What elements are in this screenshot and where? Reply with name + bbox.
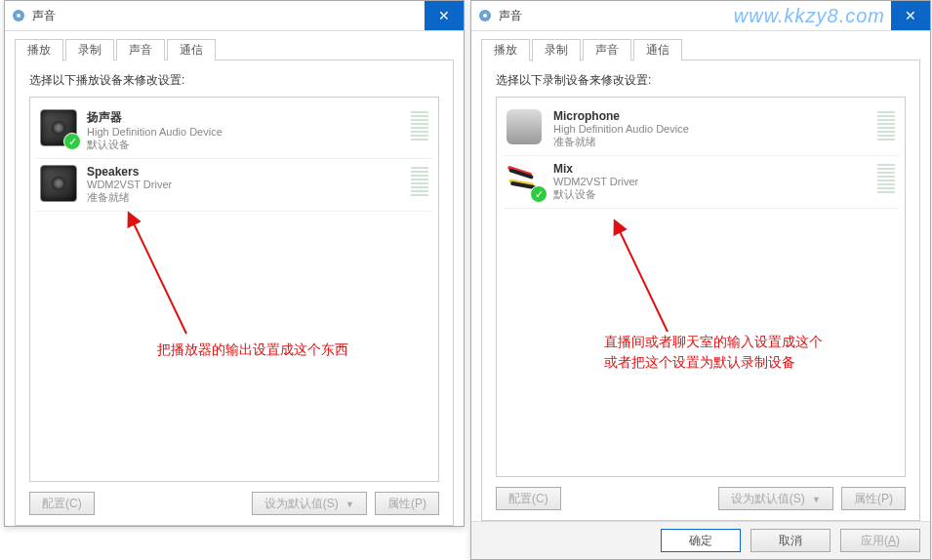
btn-label: 属性(P) <box>854 492 893 505</box>
device-icon: ✓ <box>507 162 544 199</box>
device-name: 扬声器 <box>87 109 223 126</box>
btn-text: 应用(A) <box>861 534 900 547</box>
device-driver: High Definition Audio Device <box>553 123 689 135</box>
properties-button[interactable]: 属性(P) <box>841 487 906 510</box>
svg-line-2 <box>133 221 186 334</box>
tab-sound[interactable]: 声音 <box>116 39 165 60</box>
annotation-line: 或者把这个设置为默认录制设备 <box>604 352 823 373</box>
level-meter <box>877 109 895 140</box>
speaker-icon <box>40 165 77 202</box>
panel-instruction: 选择以下播放设备来修改设置: <box>29 72 439 89</box>
apply-button[interactable]: 应用(A) <box>840 529 920 552</box>
tabstrip: 播放 录制 声音 通信 <box>481 39 920 60</box>
configure-button[interactable]: 配置(C) <box>496 487 561 510</box>
tab-comm[interactable]: 通信 <box>633 39 682 60</box>
properties-button[interactable]: 属性(P) <box>375 492 439 515</box>
device-icon <box>40 165 77 202</box>
annotation-text: 直播间或者聊天室的输入设置成这个 或者把这个设置为默认录制设备 <box>604 332 823 373</box>
device-driver: WDM2VST Driver <box>87 179 172 190</box>
svg-point-4 <box>483 14 487 18</box>
sound-dialog-playback: 声音 ✕ 播放 录制 声音 通信 选择以下播放设备来修改设置: ✓ 扬声器 Hi… <box>4 0 465 527</box>
close-button[interactable]: ✕ <box>891 1 930 30</box>
tab-playback[interactable]: 播放 <box>15 39 63 61</box>
device-name: Microphone <box>553 109 689 123</box>
btn-label: 配置(C) <box>42 497 82 510</box>
tabstrip: 播放 录制 声音 通信 <box>15 39 454 60</box>
device-item[interactable]: ✓ Mix WDM2VST Driver 默认设备 <box>503 156 899 209</box>
default-check-icon: ✓ <box>63 133 81 150</box>
dialog-title: 声音 <box>32 8 425 24</box>
annotation-text: 把播放器的输出设置成这个东西 <box>157 341 348 359</box>
close-button[interactable]: ✕ <box>425 1 464 30</box>
sound-icon <box>477 8 493 23</box>
device-list[interactable]: Microphone High Definition Audio Device … <box>496 97 906 477</box>
svg-line-5 <box>619 229 668 332</box>
default-check-icon: ✓ <box>530 185 547 203</box>
device-item[interactable]: Speakers WDM2VST Driver 准备就绪 <box>36 159 432 212</box>
chevron-down-icon: ▼ <box>345 500 354 509</box>
dialog-buttons: 确定 取消 应用(A) <box>471 521 930 559</box>
annotation-arrow <box>614 224 692 341</box>
ok-button[interactable]: 确定 <box>661 529 741 552</box>
tab-record[interactable]: 录制 <box>532 39 581 61</box>
device-item[interactable]: Microphone High Definition Audio Device … <box>503 103 899 156</box>
device-text: 扬声器 High Definition Audio Device 默认设备 <box>87 109 223 152</box>
tab-comm[interactable]: 通信 <box>167 39 216 60</box>
device-text: Mix WDM2VST Driver 默认设备 <box>553 162 638 202</box>
device-status: 准备就绪 <box>87 190 172 205</box>
svg-point-1 <box>17 14 20 18</box>
tab-panel: 选择以下播放设备来修改设置: ✓ 扬声器 High Definition Aud… <box>15 60 454 526</box>
chevron-down-icon: ▼ <box>812 495 821 504</box>
set-default-button[interactable]: 设为默认值(S) ▼ <box>718 487 833 510</box>
panel-buttons: 配置(C) 设为默认值(S) ▼ 属性(P) <box>29 492 439 515</box>
device-text: Microphone High Definition Audio Device … <box>553 109 689 149</box>
btn-label: 属性(P) <box>387 497 426 510</box>
device-name: Mix <box>553 162 638 176</box>
device-status: 准备就绪 <box>553 135 689 149</box>
cancel-button[interactable]: 取消 <box>750 529 831 552</box>
device-driver: WDM2VST Driver <box>553 176 638 187</box>
annotation-line: 直播间或者聊天室的输入设置成这个 <box>604 332 823 352</box>
microphone-icon <box>507 109 542 144</box>
level-meter <box>411 165 428 196</box>
tab-sound[interactable]: 声音 <box>583 39 631 60</box>
panel-buttons: 配置(C) 设为默认值(S) ▼ 属性(P) <box>496 487 906 510</box>
device-driver: High Definition Audio Device <box>87 126 223 138</box>
level-meter <box>877 162 895 193</box>
device-icon: ✓ <box>40 109 77 146</box>
btn-label: 设为默认值(S) <box>264 497 339 510</box>
configure-button[interactable]: 配置(C) <box>29 492 95 515</box>
tab-record[interactable]: 录制 <box>65 39 114 60</box>
tab-playback[interactable]: 播放 <box>481 39 530 60</box>
titlebar[interactable]: 声音 ✕ <box>5 1 464 31</box>
dialog-body: 播放 录制 声音 通信 选择以下录制设备来修改设置: Microphone Hi… <box>471 31 930 521</box>
dialog-title: 声音 <box>499 8 891 24</box>
device-text: Speakers WDM2VST Driver 准备就绪 <box>87 165 172 205</box>
set-default-button[interactable]: 设为默认值(S) ▼ <box>252 492 367 515</box>
device-icon <box>507 109 544 146</box>
tab-panel: 选择以下录制设备来修改设置: Microphone High Definitio… <box>481 60 920 521</box>
titlebar[interactable]: 声音 ✕ <box>471 1 930 31</box>
level-meter <box>411 109 428 140</box>
sound-dialog-record: 声音 ✕ www.kkzy8.com 播放 录制 声音 通信 选择以下录制设备来… <box>470 0 931 560</box>
annotation-arrow <box>128 217 206 343</box>
btn-label: 配置(C) <box>508 492 548 505</box>
panel-instruction: 选择以下录制设备来修改设置: <box>496 72 906 89</box>
device-item[interactable]: ✓ 扬声器 High Definition Audio Device 默认设备 <box>36 103 432 159</box>
device-status: 默认设备 <box>553 187 638 202</box>
btn-label: 设为默认值(S) <box>731 492 805 505</box>
dialog-body: 播放 录制 声音 通信 选择以下播放设备来修改设置: ✓ 扬声器 High De… <box>5 31 464 526</box>
device-status: 默认设备 <box>87 138 223 152</box>
sound-icon <box>11 8 26 23</box>
device-name: Speakers <box>87 165 172 179</box>
device-list[interactable]: ✓ 扬声器 High Definition Audio Device 默认设备 <box>29 97 439 482</box>
